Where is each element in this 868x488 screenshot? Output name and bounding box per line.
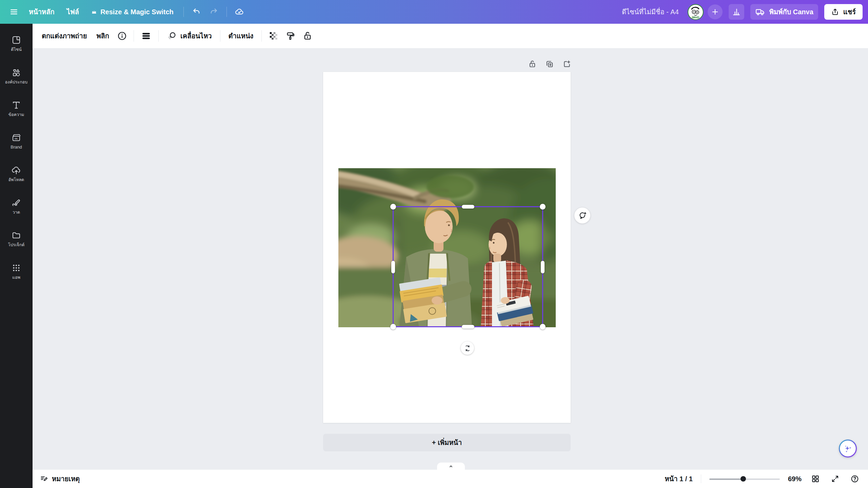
photo-two-teens[interactable]: [338, 168, 556, 327]
adjust-levels-button[interactable]: [138, 28, 155, 44]
animate-icon: [167, 31, 177, 41]
add-page-label: + เพิ่มหน้า: [432, 439, 462, 446]
page-actions: [528, 60, 571, 69]
sidebar-item-brand[interactable]: co. Brand: [0, 125, 33, 157]
sidebar-item-label: แอพ: [12, 275, 20, 280]
lock-button[interactable]: [299, 28, 316, 44]
edit-photo-button[interactable]: ตกแต่งภาพถ่าย: [37, 28, 91, 44]
copy-style-button[interactable]: [282, 28, 299, 44]
resize-magic-switch-button[interactable]: Resize & Magic Switch: [86, 4, 179, 20]
toolbar-divider: [158, 30, 159, 42]
fullscreen-button[interactable]: [829, 473, 841, 485]
context-toolbar: ตกแต่งภาพถ่าย พลิก เคลื่อนไหว ตำแหน่ง: [33, 24, 868, 48]
resize-handle-left[interactable]: [391, 261, 395, 273]
canvas-area[interactable]: + เพิ่มหน้า: [33, 48, 868, 470]
sparkle-icon: [843, 444, 853, 454]
resize-handle-top[interactable]: [462, 205, 474, 209]
animate-button[interactable]: เคลื่อนไหว: [162, 28, 216, 44]
flip-label: พลิก: [96, 31, 109, 41]
add-member-button[interactable]: [708, 4, 723, 19]
notes-label: หมายเหตุ: [52, 473, 80, 484]
fullscreen-icon: [831, 475, 839, 483]
edit-photo-label: ตกแต่งภาพถ่าย: [42, 31, 87, 41]
resize-handle-bottom-right[interactable]: [540, 324, 546, 330]
bar-chart-icon: [732, 7, 741, 16]
avatar[interactable]: iMoD: [688, 4, 704, 20]
plus-icon: [711, 8, 719, 16]
grid-view-button[interactable]: [810, 473, 821, 485]
zoom-slider-knob[interactable]: [741, 476, 746, 482]
sidebar-item-label: โปรเจ็กต์: [8, 243, 25, 247]
sidebar-item-draw[interactable]: วาด: [0, 190, 33, 222]
resize-handle-bottom-left[interactable]: [390, 324, 396, 330]
resize-handle-top-right[interactable]: [540, 204, 546, 210]
grid-view-icon: [811, 474, 820, 483]
add-page-icon: [563, 60, 571, 69]
redo-button[interactable]: [206, 4, 222, 20]
design-page[interactable]: [323, 72, 571, 423]
sidebar-item-label: วาด: [13, 210, 20, 215]
file-menu-button[interactable]: ไฟล์: [62, 4, 84, 20]
cloud-save-status-button[interactable]: [232, 4, 247, 20]
lock-page-button[interactable]: [528, 60, 537, 69]
info-button[interactable]: [114, 28, 130, 44]
zoom-slider[interactable]: [709, 476, 780, 482]
elements-icon: [11, 67, 21, 78]
bottombar-right: หน้า 1 / 1 69%: [665, 473, 861, 485]
add-page-button[interactable]: + เพิ่มหน้า: [323, 434, 571, 451]
sidebar-item-elements[interactable]: องค์ประกอบ: [0, 60, 33, 92]
bottombar-divider: [701, 474, 701, 483]
cloud-check-icon: [235, 7, 244, 17]
undo-icon: [192, 7, 201, 16]
redo-icon: [210, 7, 218, 16]
notes-button[interactable]: หมายเหตุ: [40, 473, 80, 484]
sidebar-item-label: Brand: [11, 145, 22, 150]
resize-handle-top-left[interactable]: [390, 204, 396, 210]
add-comment-button[interactable]: [574, 208, 590, 223]
uploads-icon: [11, 165, 21, 175]
toolbar-divider: [220, 30, 220, 42]
topbar-divider: [226, 7, 227, 17]
duplicate-page-icon: [545, 60, 554, 69]
sidebar-item-label: ข้อความ: [8, 113, 24, 117]
resize-handle-bottom[interactable]: [462, 325, 474, 329]
duplicate-page-button[interactable]: [545, 60, 554, 69]
lock-open-icon: [302, 31, 313, 41]
sidebar-item-uploads[interactable]: อัพโหลด: [0, 157, 33, 190]
flip-button[interactable]: พลิก: [92, 28, 114, 44]
rotate-handle[interactable]: [461, 341, 474, 355]
share-button[interactable]: แชร์: [824, 4, 863, 20]
insights-button[interactable]: [729, 4, 744, 20]
toolbar-divider: [261, 30, 262, 42]
share-label: แชร์: [843, 6, 856, 17]
lock-open-icon: [528, 60, 537, 69]
position-button[interactable]: ตำแหน่ง: [224, 28, 258, 44]
design-icon: [11, 35, 21, 45]
document-title[interactable]: ดีไซน์ที่ไม่มีชื่อ - A4: [622, 6, 679, 17]
levels-icon: [141, 31, 151, 41]
sidebar-item-projects[interactable]: โปรเจ็กต์: [0, 222, 33, 255]
help-button[interactable]: [849, 473, 861, 485]
magic-assistant-inner: [840, 441, 856, 456]
transparency-button[interactable]: [265, 28, 282, 44]
undo-button[interactable]: [189, 4, 204, 20]
text-icon: [11, 100, 21, 110]
print-with-canva-button[interactable]: พิมพ์กับ Canva: [750, 4, 818, 20]
transparency-icon: [269, 31, 279, 41]
sidebar-item-apps[interactable]: แอพ: [0, 255, 33, 288]
collapse-panel-tab[interactable]: [437, 463, 465, 470]
chevron-up-icon: [448, 463, 454, 469]
magic-assistant-button[interactable]: [839, 440, 857, 457]
svg-text:co.: co.: [15, 137, 18, 140]
page-indicator: หน้า 1 / 1: [665, 473, 693, 484]
sidebar-item-design[interactable]: ดีไซน์: [0, 27, 33, 60]
comment-plus-icon: [578, 211, 587, 220]
help-icon: [850, 474, 859, 483]
main-menu-button[interactable]: [6, 4, 22, 20]
add-page-icon-button[interactable]: [563, 60, 571, 69]
home-button[interactable]: หน้าหลัก: [24, 4, 60, 20]
resize-handle-right[interactable]: [541, 261, 545, 273]
crown-icon: [91, 9, 97, 15]
projects-icon: [11, 230, 21, 240]
sidebar-item-text[interactable]: ข้อความ: [0, 92, 33, 125]
